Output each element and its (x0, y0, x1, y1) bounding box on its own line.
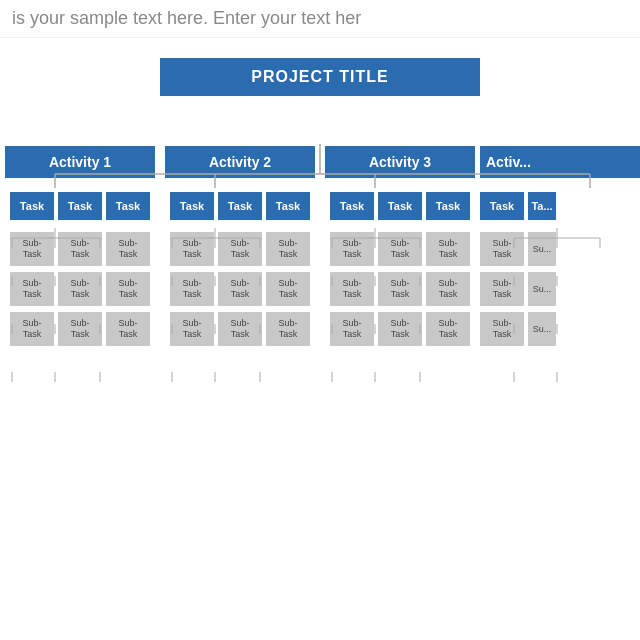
project-title: PROJECT TITLE (160, 58, 480, 96)
subtask-2-1-3: Sub-Task (266, 232, 310, 266)
subtask-4-row3: Sub-Task Su... (480, 312, 556, 346)
subtask-3-3-2: Sub-Task (378, 312, 422, 346)
subtask-1-2-3: Sub-Task (106, 272, 150, 306)
subtask-1-2-2: Sub-Task (58, 272, 102, 306)
task-1-2: Task (58, 192, 102, 220)
task-3-3: Task (426, 192, 470, 220)
subtask-4-row2: Sub-Task Su... (480, 272, 556, 306)
subtask-2-2-2: Sub-Task (218, 272, 262, 306)
subtask-2-1-1: Sub-Task (170, 232, 214, 266)
subtask-4-row1: Sub-Task Su... (480, 232, 556, 266)
subtask-2-2-3: Sub-Task (266, 272, 310, 306)
subtask-3-2-3: Sub-Task (426, 272, 470, 306)
activity-col-1: Activity 1 Task Task Task Sub-Task Sub-T… (0, 146, 160, 352)
subtask-3-1-1: Sub-Task (330, 232, 374, 266)
task-2-2: Task (218, 192, 262, 220)
activity-1-tasks: Task Task Task (10, 192, 150, 220)
activity-3-tasks: Task Task Task (330, 192, 470, 220)
subtask-1-3-2: Sub-Task (58, 312, 102, 346)
subtask-1-row2: Sub-Task Sub-Task Sub-Task (10, 272, 150, 306)
task-3-1: Task (330, 192, 374, 220)
subtask-2-3-3: Sub-Task (266, 312, 310, 346)
task-2-3: Task (266, 192, 310, 220)
subtask-4-1-1: Sub-Task (480, 232, 524, 266)
subtask-3-row2: Sub-Task Sub-Task Sub-Task (330, 272, 470, 306)
subtask-2-row2: Sub-Task Sub-Task Sub-Task (170, 272, 310, 306)
activity-2-header: Activity 2 (165, 146, 315, 178)
activity-4-header: Activ... (480, 146, 640, 178)
subtask-3-2-1: Sub-Task (330, 272, 374, 306)
task-1-3: Task (106, 192, 150, 220)
subtask-3-2-2: Sub-Task (378, 272, 422, 306)
subtask-3-row3: Sub-Task Sub-Task Sub-Task (330, 312, 470, 346)
subtask-1-3-1: Sub-Task (10, 312, 54, 346)
diagram-container: PROJECT TITLE Activity 1 Task Task Task … (0, 38, 640, 352)
activity-col-2: Activity 2 Task Task Task Sub-Task Sub-T… (160, 146, 320, 352)
subtask-4-2-2: Su... (528, 272, 556, 306)
subtask-3-1-3: Sub-Task (426, 232, 470, 266)
activity-4-tasks: Task Ta... (480, 192, 556, 220)
subtask-2-2-1: Sub-Task (170, 272, 214, 306)
task-2-1: Task (170, 192, 214, 220)
subtask-2-row3: Sub-Task Sub-Task Sub-Task (170, 312, 310, 346)
activity-2-tasks: Task Task Task (170, 192, 310, 220)
activity-3-header: Activity 3 (325, 146, 475, 178)
subtask-2-1-2: Sub-Task (218, 232, 262, 266)
subtask-1-3-3: Sub-Task (106, 312, 150, 346)
subtask-1-row3: Sub-Task Sub-Task Sub-Task (10, 312, 150, 346)
subtask-3-row1: Sub-Task Sub-Task Sub-Task (330, 232, 470, 266)
activity-col-3: Activity 3 Task Task Task Sub-Task Sub-T… (320, 146, 480, 352)
subtask-1-1-3: Sub-Task (106, 232, 150, 266)
subtask-2-3-1: Sub-Task (170, 312, 214, 346)
subtask-3-3-3: Sub-Task (426, 312, 470, 346)
subtask-4-3-2: Su... (528, 312, 556, 346)
task-3-2: Task (378, 192, 422, 220)
subtask-1-1-1: Sub-Task (10, 232, 54, 266)
subtask-1-row1: Sub-Task Sub-Task Sub-Task (10, 232, 150, 266)
subtask-1-2-1: Sub-Task (10, 272, 54, 306)
subtask-4-2-1: Sub-Task (480, 272, 524, 306)
subtask-4-1-2: Su... (528, 232, 556, 266)
subtask-2-3-2: Sub-Task (218, 312, 262, 346)
subtask-1-1-2: Sub-Task (58, 232, 102, 266)
subtask-3-3-1: Sub-Task (330, 312, 374, 346)
task-1-1: Task (10, 192, 54, 220)
task-4-1: Task (480, 192, 524, 220)
subtask-2-row1: Sub-Task Sub-Task Sub-Task (170, 232, 310, 266)
subtask-3-1-2: Sub-Task (378, 232, 422, 266)
subtask-4-3-1: Sub-Task (480, 312, 524, 346)
activity-1-header: Activity 1 (5, 146, 155, 178)
activity-col-4: Activ... Task Ta... Sub-Task Su... Sub-T… (480, 146, 640, 352)
sample-text-bar: is your sample text here. Enter your tex… (0, 0, 640, 38)
task-4-2: Ta... (528, 192, 556, 220)
activities-row: Activity 1 Task Task Task Sub-Task Sub-T… (0, 146, 640, 352)
